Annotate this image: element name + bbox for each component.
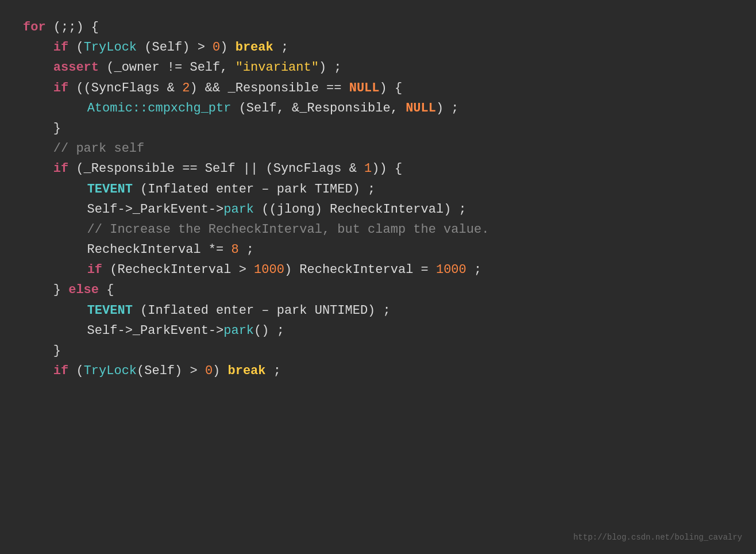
- code-token: }: [53, 118, 61, 138]
- code-token: [26, 98, 87, 118]
- code-token: break: [227, 361, 265, 381]
- code-token: else: [68, 280, 99, 300]
- code-token: ;: [239, 240, 254, 260]
- code-token: [23, 78, 53, 98]
- code-token: 1000: [254, 260, 284, 280]
- code-token: Self->_ParkEvent->: [26, 199, 223, 220]
- code-token: ;: [266, 361, 281, 381]
- code-token: if: [53, 37, 68, 57]
- code-line: TEVENT (Inflated enter – park TIMED) ;: [23, 179, 733, 199]
- code-token: // park self: [53, 138, 144, 159]
- code-token: [99, 280, 106, 300]
- code-token: Atomic::cmpxchg_ptr: [87, 98, 232, 118]
- watermark: http://blog.csdn.net/boling_cavalry: [573, 531, 742, 544]
- code-token: 1: [364, 159, 372, 179]
- code-token: ) RecheckInterval =: [284, 260, 436, 280]
- code-token: (Inflated enter – park TIMED) ;: [133, 179, 375, 199]
- code-token: [23, 57, 53, 78]
- code-line: Atomic::cmpxchg_ptr (Self, &_Responsible…: [23, 98, 733, 118]
- code-line: // park self: [23, 138, 733, 159]
- code-token: (: [68, 37, 83, 57]
- code-token: [61, 280, 68, 300]
- code-token: (Inflated enter – park UNTIMED) ;: [133, 301, 391, 321]
- code-token: () ;: [254, 321, 284, 341]
- code-token: }: [53, 341, 61, 361]
- code-line: Self->_ParkEvent->park ((jlong) RecheckI…: [23, 199, 733, 220]
- code-token: 1000: [436, 260, 466, 280]
- code-token: [23, 159, 53, 179]
- code-token: 2: [182, 78, 190, 98]
- code-token: {: [395, 78, 402, 98]
- code-token: NULL: [349, 78, 380, 98]
- code-token: NULL: [406, 98, 436, 118]
- code-token: TEVENT: [87, 301, 133, 321]
- code-line: RecheckInterval *= 8 ;: [23, 240, 733, 260]
- code-token: [23, 37, 53, 57]
- code-token: 8: [231, 240, 238, 260]
- code-line: if (RecheckInterval > 1000) RecheckInter…: [23, 260, 733, 280]
- code-token: [23, 138, 53, 159]
- code-token: 0: [213, 37, 220, 57]
- code-line: if (TryLock(Self) > 0) break ;: [23, 361, 733, 381]
- code-token: if: [53, 361, 68, 381]
- code-line: for (;;) {: [23, 17, 733, 37]
- code-line: if (TryLock (Self) > 0) break ;: [23, 37, 733, 57]
- code-token: ((SyncFlags &: [68, 78, 182, 98]
- code-token: ) ;: [436, 98, 459, 118]
- code-token: assert: [53, 57, 99, 78]
- code-token: [23, 280, 53, 300]
- code-token: ): [380, 78, 395, 98]
- code-block: for (;;) { if (TryLock (Self) > 0) break…: [0, 0, 756, 554]
- code-token: // Increase the RecheckInterval, but cla…: [26, 220, 489, 240]
- code-line: }: [23, 341, 733, 361]
- code-line: if (_Responsible == Self || (SyncFlags &…: [23, 159, 733, 179]
- code-token: ) && _Responsible ==: [190, 78, 349, 98]
- code-token: {: [395, 159, 402, 179]
- code-token: TEVENT: [87, 179, 133, 199]
- code-line: if ((SyncFlags & 2) && _Responsible == N…: [23, 78, 733, 98]
- code-token: 0: [205, 361, 213, 381]
- code-token: TryLock: [84, 37, 137, 57]
- code-token: ): [213, 361, 227, 381]
- code-token: {: [91, 17, 99, 37]
- code-line: assert (_owner != Self, "invariant") ;: [23, 57, 733, 78]
- code-token: ;: [466, 260, 481, 280]
- code-token: [26, 301, 87, 321]
- code-token: ;: [273, 37, 288, 57]
- code-token: [26, 179, 87, 199]
- code-token: Self->_ParkEvent->: [26, 321, 223, 341]
- code-line: // Increase the RecheckInterval, but cla…: [23, 220, 733, 240]
- code-token: for: [23, 17, 46, 37]
- code-token: [23, 118, 53, 138]
- code-token: (: [68, 361, 83, 381]
- code-token: (RecheckInterval >: [102, 260, 254, 280]
- code-token: RecheckInterval *=: [26, 240, 231, 260]
- code-token: TryLock: [84, 361, 137, 381]
- code-line: Self->_ParkEvent->park() ;: [23, 321, 733, 341]
- code-token: [23, 341, 53, 361]
- code-token: (Self) >: [137, 37, 213, 57]
- code-token: if: [53, 78, 68, 98]
- code-line: }: [23, 118, 733, 138]
- code-token: park: [223, 199, 254, 220]
- code-line: TEVENT (Inflated enter – park UNTIMED) ;: [23, 301, 733, 321]
- code-token: )): [372, 159, 395, 179]
- code-line: } else {: [23, 280, 733, 300]
- code-token: ): [220, 37, 235, 57]
- code-token: }: [53, 280, 61, 300]
- code-token: (;;): [46, 17, 91, 37]
- code-token: [23, 361, 53, 381]
- code-token: {: [106, 280, 114, 300]
- code-token: ) ;: [319, 57, 342, 78]
- code-token: ((jlong) RecheckInterval) ;: [254, 199, 466, 220]
- code-token: "invariant": [236, 57, 319, 78]
- code-token: if: [87, 260, 102, 280]
- code-token: park: [223, 321, 254, 341]
- code-token: (Self) >: [137, 361, 205, 381]
- code-token: break: [236, 37, 273, 57]
- code-token: if: [53, 159, 68, 179]
- code-token: (_owner != Self,: [99, 57, 236, 78]
- code-token: (_Responsible == Self || (SyncFlags &: [68, 159, 364, 179]
- code-token: [26, 260, 87, 280]
- code-token: (Self, &_Responsible,: [231, 98, 406, 118]
